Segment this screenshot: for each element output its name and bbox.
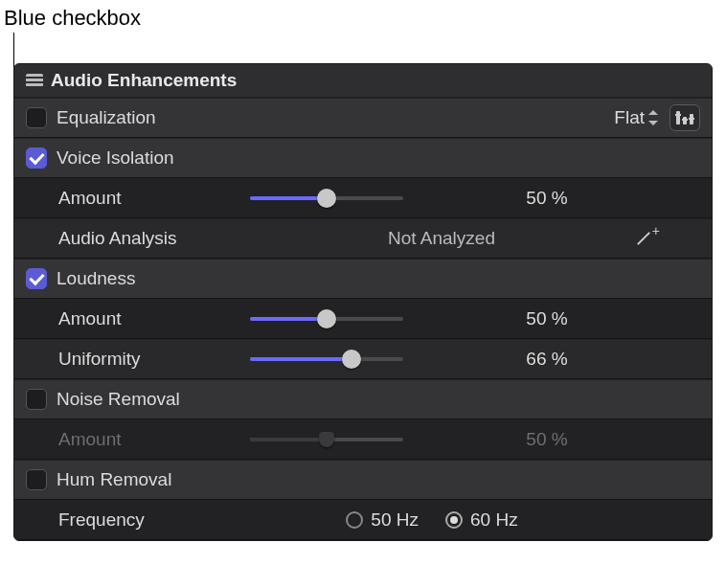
hum-50hz-radio[interactable]: 50 Hz xyxy=(346,509,419,531)
noise-removal-amount-value: 50 % xyxy=(480,429,614,450)
voice-isolation-checkbox[interactable] xyxy=(26,147,47,169)
loudness-row: Loudness xyxy=(14,259,712,299)
slider-thumb[interactable] xyxy=(317,189,336,208)
noise-removal-label: Noise Removal xyxy=(57,389,180,410)
hum-removal-frequency-label: Frequency xyxy=(58,509,250,531)
equalization-checkbox[interactable] xyxy=(26,107,47,128)
voice-isolation-label: Voice Isolation xyxy=(57,147,174,169)
inspector-icon xyxy=(26,74,43,87)
loudness-uniformity-slider[interactable] xyxy=(250,350,403,369)
loudness-uniformity-label: Uniformity xyxy=(58,349,250,370)
radio-icon xyxy=(346,511,363,529)
loudness-uniformity-value[interactable]: 66 % xyxy=(480,349,614,370)
voice-isolation-amount-slider[interactable] xyxy=(250,189,403,208)
noise-removal-amount-row: Amount 50 % xyxy=(14,419,712,460)
audio-analysis-label: Audio Analysis xyxy=(58,228,250,249)
audio-analysis-row: Audio Analysis Not Analyzed xyxy=(14,218,712,259)
hum-removal-frequency-row: Frequency 50 Hz 60 Hz xyxy=(14,500,712,540)
panel-title: Audio Enhancements xyxy=(51,70,237,91)
loudness-amount-slider[interactable] xyxy=(250,309,403,328)
hum-60hz-label: 60 Hz xyxy=(470,509,518,531)
audio-enhancements-panel: Audio Enhancements Equalization Flat Voi… xyxy=(13,63,713,541)
voice-isolation-row: Voice Isolation xyxy=(14,138,712,178)
hum-removal-label: Hum Removal xyxy=(57,469,171,490)
slider-thumb xyxy=(319,432,334,447)
slider-fill xyxy=(250,196,327,200)
loudness-checkbox[interactable] xyxy=(26,268,47,289)
analyze-wand-button[interactable] xyxy=(633,229,656,248)
hum-removal-row: Hum Removal xyxy=(14,460,712,500)
noise-removal-amount-slider xyxy=(250,430,403,449)
audio-analysis-status: Not Analyzed xyxy=(250,228,633,249)
hum-50hz-label: 50 Hz xyxy=(371,509,419,531)
noise-removal-row: Noise Removal xyxy=(14,379,712,419)
hum-frequency-radios: 50 Hz 60 Hz xyxy=(250,509,614,531)
radio-icon xyxy=(445,511,463,529)
equalization-row: Equalization Flat xyxy=(14,98,712,138)
voice-isolation-amount-label: Amount xyxy=(58,188,250,209)
equalizer-icon xyxy=(676,111,693,124)
loudness-amount-row: Amount 50 % xyxy=(14,299,712,339)
equalization-preset-value: Flat xyxy=(614,107,645,128)
voice-isolation-amount-value[interactable]: 50 % xyxy=(480,188,614,209)
equalization-label: Equalization xyxy=(57,107,156,128)
loudness-amount-label: Amount xyxy=(58,308,250,329)
noise-removal-amount-label: Amount xyxy=(58,429,250,450)
voice-isolation-amount-row: Amount 50 % xyxy=(14,178,712,218)
equalization-preset-select[interactable]: Flat xyxy=(614,107,658,128)
slider-thumb[interactable] xyxy=(342,350,361,369)
slider-thumb[interactable] xyxy=(317,309,336,328)
loudness-uniformity-row: Uniformity 66 % xyxy=(14,339,712,379)
hum-removal-checkbox[interactable] xyxy=(26,469,47,490)
hum-60hz-radio[interactable]: 60 Hz xyxy=(445,509,518,531)
panel-header: Audio Enhancements xyxy=(14,64,712,98)
loudness-amount-value[interactable]: 50 % xyxy=(480,308,614,329)
chevron-updown-icon xyxy=(648,110,658,125)
callout-label: Blue checkbox xyxy=(4,6,141,31)
equalizer-editor-button[interactable] xyxy=(669,104,700,131)
noise-removal-checkbox[interactable] xyxy=(26,389,47,410)
loudness-label: Loudness xyxy=(57,268,135,289)
